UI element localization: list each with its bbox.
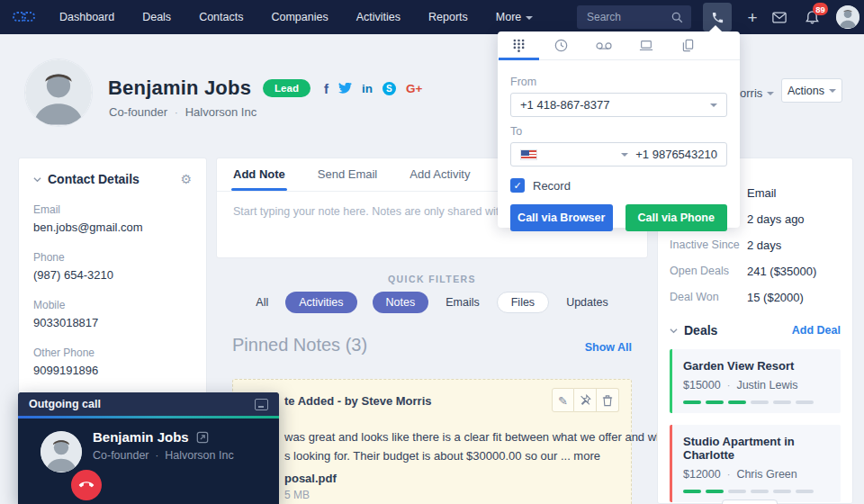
facebook-icon[interactable]: f bbox=[324, 81, 328, 96]
filter-files[interactable]: Files bbox=[497, 292, 549, 313]
filter-notes[interactable]: Notes bbox=[373, 292, 429, 313]
show-all-link[interactable]: Show All bbox=[585, 341, 632, 354]
actions-button[interactable]: Actions bbox=[781, 78, 842, 103]
nav-contacts[interactable]: Contacts bbox=[199, 11, 243, 23]
us-flag-icon[interactable] bbox=[520, 149, 537, 160]
partial-button[interactable] bbox=[722, 500, 778, 504]
quick-filters: All Activities Notes Emails Files Update… bbox=[216, 292, 648, 313]
social-links: f in S G+ bbox=[324, 81, 422, 96]
dot-separator: · bbox=[727, 380, 731, 391]
copy-icon bbox=[682, 39, 694, 52]
deal-owner: Chris Green bbox=[736, 468, 796, 481]
record-label: Record bbox=[533, 179, 571, 193]
googleplus-icon[interactable]: G+ bbox=[406, 82, 422, 95]
call-contact-name: Benjamin Jobs bbox=[93, 429, 189, 445]
chevron-down-icon bbox=[710, 104, 717, 107]
deal-card[interactable]: Garden View Resort $15000 · Justin Lewis bbox=[670, 349, 841, 413]
call-popup-body: From +1 418-867-8377 To +1 9876543210 ✓ … bbox=[498, 60, 740, 231]
call-widget-header[interactable]: Outgoing call bbox=[18, 392, 279, 416]
chevron-down-icon[interactable] bbox=[670, 327, 678, 335]
chevron-down-icon bbox=[829, 89, 836, 93]
tab-copy[interactable] bbox=[667, 32, 709, 59]
edit-note-button[interactable] bbox=[552, 388, 574, 412]
note-attachment[interactable]: posal.pdf 5 MB bbox=[284, 472, 337, 501]
voicemail-icon bbox=[596, 41, 612, 50]
tab-voicemail[interactable] bbox=[582, 32, 625, 59]
chevron-down-icon[interactable] bbox=[33, 176, 41, 184]
record-checkbox[interactable]: ✓ bbox=[510, 178, 525, 193]
nav-reports[interactable]: Reports bbox=[428, 11, 468, 23]
field-email: Email ben.jobs@gmail.com bbox=[33, 203, 192, 234]
chevron-down-icon bbox=[526, 16, 533, 20]
gear-icon[interactable] bbox=[180, 173, 192, 185]
deal-stage-progress bbox=[683, 490, 830, 493]
from-label: From bbox=[510, 76, 727, 88]
pinned-note-card: te Added - by Steve Morris was great and… bbox=[232, 379, 632, 504]
global-search[interactable] bbox=[577, 5, 691, 29]
pinned-notes-title: Pinned Notes (3) bbox=[232, 335, 367, 356]
clock-icon bbox=[554, 39, 568, 52]
to-number-input[interactable]: +1 9876543210 bbox=[510, 142, 727, 166]
minimize-icon[interactable] bbox=[255, 399, 268, 410]
search-input[interactable] bbox=[585, 10, 671, 24]
skype-icon[interactable]: S bbox=[382, 82, 396, 95]
delete-note-button[interactable] bbox=[597, 388, 619, 412]
linkedin-icon[interactable]: in bbox=[362, 82, 373, 95]
contact-name: Benjamin Jobs bbox=[108, 76, 251, 100]
deal-stage-progress bbox=[683, 400, 830, 404]
nav-deals[interactable]: Deals bbox=[142, 11, 171, 23]
nav-activities[interactable]: Activities bbox=[356, 11, 400, 23]
deal-owner: Justin Lewis bbox=[736, 379, 797, 392]
outgoing-call-widget: Outgoing call Benjamin Jobs Co-founder ·… bbox=[18, 392, 279, 504]
tab-send-email[interactable]: Send Email bbox=[318, 158, 377, 191]
attachment-name: posal.pdf bbox=[284, 472, 337, 485]
deal-card[interactable]: Studio Apartment in Charlotte $12000 · C… bbox=[670, 425, 841, 502]
call-contact-avatar bbox=[40, 431, 82, 472]
filter-emails[interactable]: Emails bbox=[444, 292, 482, 313]
owner-dropdown[interactable]: orris bbox=[740, 86, 774, 100]
notification-badge: 89 bbox=[813, 3, 828, 15]
contact-subtitle: Co-founder · Halvorson Inc bbox=[109, 105, 256, 119]
field-mobile: Mobile 9033018817 bbox=[33, 299, 192, 329]
call-via-phone-button[interactable]: Call via Phone bbox=[626, 204, 728, 231]
filter-activities[interactable]: Activities bbox=[285, 292, 356, 313]
tab-add-activity[interactable]: Add Activity bbox=[410, 158, 470, 191]
contact-company[interactable]: Halvorson Inc bbox=[185, 105, 256, 119]
call-contact-subtitle: Co-founder · Halvorson Inc bbox=[93, 449, 234, 462]
plus-icon: + bbox=[747, 9, 757, 26]
user-avatar[interactable] bbox=[836, 5, 860, 29]
dot-separator: · bbox=[727, 469, 731, 480]
quick-add-button[interactable]: + bbox=[740, 0, 765, 34]
call-popup: From +1 418-867-8377 To +1 9876543210 ✓ … bbox=[498, 32, 740, 228]
dialpad-icon bbox=[513, 39, 525, 52]
contact-header: Benjamin Jobs Lead f in S G+ bbox=[108, 76, 422, 101]
nav-more[interactable]: More bbox=[496, 11, 533, 23]
note-actions bbox=[552, 388, 619, 412]
unpin-icon bbox=[580, 394, 591, 406]
nav-companies[interactable]: Companies bbox=[271, 11, 328, 23]
nav-dashboard[interactable]: Dashboard bbox=[59, 11, 114, 23]
tab-add-note[interactable]: Add Note bbox=[233, 158, 285, 191]
hangup-button[interactable] bbox=[71, 470, 102, 500]
stat-row: Inactive Since2 days bbox=[670, 238, 841, 252]
call-via-browser-button[interactable]: Call via Browser bbox=[510, 204, 613, 231]
filter-all[interactable]: All bbox=[254, 292, 270, 313]
tab-call-history[interactable] bbox=[540, 32, 582, 59]
add-deal-link[interactable]: Add Deal bbox=[792, 324, 841, 337]
tab-device[interactable] bbox=[625, 32, 667, 59]
call-widget-title: Outgoing call bbox=[29, 398, 101, 410]
tab-dialpad[interactable] bbox=[498, 32, 540, 59]
trash-icon bbox=[602, 394, 613, 407]
deal-name: Studio Apartment in Charlotte bbox=[683, 435, 830, 462]
twitter-icon[interactable] bbox=[338, 83, 352, 94]
record-option: ✓ Record bbox=[510, 178, 727, 193]
app-logo-icon[interactable] bbox=[13, 11, 40, 24]
filter-updates[interactable]: Updates bbox=[564, 292, 610, 313]
main-nav: Dashboard Deals Contacts Companies Activ… bbox=[59, 11, 533, 23]
unpin-note-button[interactable] bbox=[574, 388, 597, 412]
mail-icon bbox=[772, 12, 787, 23]
external-link-icon[interactable] bbox=[196, 431, 209, 444]
email-button[interactable] bbox=[767, 0, 792, 34]
search-icon bbox=[671, 12, 683, 23]
from-number-select[interactable]: +1 418-867-8377 bbox=[510, 93, 727, 117]
